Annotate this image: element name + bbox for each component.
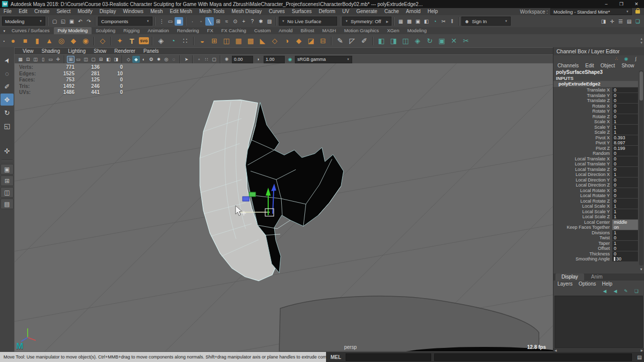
menu-item-mesh-display[interactable]: Mesh Display <box>228 8 265 15</box>
channel-value-translate-z[interactable]: 0 <box>612 98 638 103</box>
channel-value-smoothing-angle[interactable]: 30 <box>612 256 638 261</box>
colorspace-selector[interactable]: sRGB gamma▼ <box>295 56 352 63</box>
menu-item-mesh[interactable]: Mesh <box>147 8 166 15</box>
command-line-input[interactable] <box>346 353 431 361</box>
channel-value-offset[interactable]: 0 <box>612 246 638 251</box>
render-view-icon[interactable]: ◔ <box>431 17 439 26</box>
reduce-mesh-icon[interactable]: ▩ <box>245 35 257 46</box>
channel-value-twist[interactable]: 0 <box>612 235 638 240</box>
textured-mode-icon[interactable]: ◐ <box>140 56 147 63</box>
select-component-icon[interactable]: ▦ <box>175 17 183 26</box>
all-lights-icon[interactable]: ❂ <box>147 56 155 63</box>
lattice-icon[interactable]: ∷ <box>179 35 191 46</box>
channel-value-translate-y[interactable]: 0 <box>612 93 638 98</box>
shelf-menu-icon[interactable]: ▾ <box>1 28 8 34</box>
open-scene-icon[interactable]: ◱ <box>59 17 67 26</box>
camera-attributes-icon[interactable]: ◫ <box>32 56 39 63</box>
menu-item-arnold[interactable]: Arnold <box>403 8 424 15</box>
panel-menu-shading[interactable]: Shading <box>42 48 60 54</box>
select-tool[interactable]: ➤ <box>0 52 16 69</box>
duplicate-face-icon[interactable]: ◫ <box>220 35 232 46</box>
layout-outliner-pane[interactable]: ▤ <box>1 199 14 209</box>
menu-item-create[interactable]: Create <box>31 8 53 15</box>
maximize-button[interactable]: ❐ <box>614 0 629 8</box>
menu-item-modify[interactable]: Modify <box>74 8 96 15</box>
shelf-tab-custom[interactable]: Custom <box>250 27 275 34</box>
poly-torus-icon[interactable]: ◎ <box>55 35 67 46</box>
multi-cut-icon[interactable]: ▣ <box>436 35 448 46</box>
resolution-gate-icon[interactable]: ◫ <box>82 56 90 63</box>
shelf-tab-fx[interactable]: FX <box>203 27 217 34</box>
quadrangulate-icon[interactable]: ◇ <box>269 35 281 46</box>
poly-cylinder-icon[interactable]: ▮ <box>31 35 43 46</box>
minimize-button[interactable]: – <box>599 0 614 8</box>
undo-icon[interactable]: ↶ <box>76 17 85 26</box>
ipr-render-icon[interactable]: ▩ <box>405 17 414 26</box>
select-camera-icon[interactable]: ▦ <box>17 56 24 63</box>
shelf-tab-rigging[interactable]: Rigging <box>119 27 143 34</box>
smooth-mesh-icon[interactable]: ▦ <box>232 35 245 46</box>
image-plane-icon[interactable]: ▭ <box>47 56 54 63</box>
channel-value-keep-faces-together[interactable]: on <box>612 225 638 230</box>
channel-value-local-translate-z[interactable]: 0 <box>612 167 638 172</box>
poly-cone-icon[interactable]: ▲ <box>43 35 55 46</box>
menu-item-curves[interactable]: Curves <box>265 8 288 15</box>
snap-grid-icon[interactable]: ⊞ <box>214 17 222 26</box>
locator-xyz-icon[interactable]: ◔ <box>167 35 179 46</box>
extrude-face-icon[interactable]: ◧ <box>375 35 387 46</box>
xray-active-icon[interactable]: ▢ <box>210 56 218 63</box>
xray-joints-icon[interactable]: ∷ <box>203 56 210 63</box>
panel-menu-view[interactable]: View <box>23 48 34 54</box>
layer-move-down-icon[interactable]: ◀ <box>612 288 619 294</box>
paint-select-tool[interactable]: ✐ <box>1 80 14 93</box>
channel-value-local-direction-y[interactable]: 0 <box>612 177 638 183</box>
menu-item-surfaces[interactable]: Surfaces <box>288 8 315 15</box>
scroll-down-icon[interactable]: ▼ <box>640 41 643 44</box>
spin-edge-icon[interactable]: ↻ <box>424 35 436 46</box>
channel-value-local-scale-y[interactable]: 1 <box>612 209 638 214</box>
channel-value-rotate-z[interactable]: 0 <box>612 114 638 119</box>
shelf-tab-bifrost[interactable]: Bifrost <box>297 27 318 34</box>
sign-in-button[interactable]: ☻ Sign In ▼ <box>461 17 511 26</box>
edge-flow-icon[interactable]: ✂ <box>460 35 472 46</box>
menu-item-file[interactable]: File <box>0 8 15 15</box>
layout-four-pane[interactable]: ⊞ <box>1 175 14 186</box>
channel-value-local-scale-z[interactable]: 1 <box>612 214 638 219</box>
shelf-tab-modeling[interactable]: Modeling <box>403 27 431 34</box>
attribute-editor-toggle-icon[interactable]: ◨ <box>599 17 608 26</box>
layer-tab-anim[interactable]: Anim <box>585 274 609 281</box>
menu-item-edit-mesh[interactable]: Edit Mesh <box>166 8 195 15</box>
channel-value-local-center[interactable]: middle <box>612 220 638 225</box>
new-layer-assign-icon[interactable]: ✎ <box>622 288 629 294</box>
render-settings-icon[interactable]: ▣ <box>414 17 422 26</box>
lock-camera-icon[interactable]: ⊡ <box>24 56 32 63</box>
shelf-tab-fx-caching[interactable]: FX Caching <box>217 27 251 34</box>
workspace-selector[interactable]: Modeling - Standard Mine* ▼ <box>550 8 632 15</box>
view-transform-icon[interactable]: ◉ <box>286 56 294 63</box>
exposure-icon[interactable]: ❋ <box>223 56 230 63</box>
shelf-tab-sculpting[interactable]: Sculpting <box>92 27 119 34</box>
channel-value-scale-x[interactable]: 1 <box>612 119 638 124</box>
select-object-icon[interactable]: ▭ <box>166 17 175 26</box>
bevel-edge-icon[interactable]: ◨ <box>387 35 399 46</box>
channel-box-toggle-icon[interactable]: ☰ <box>616 17 625 26</box>
save-scene-icon[interactable]: ▣ <box>67 17 76 26</box>
menu-item-generate[interactable]: Generate <box>353 8 381 15</box>
wedge-face-icon[interactable]: ◆ <box>293 35 305 46</box>
live-object-icon[interactable]: ╲ <box>205 17 214 26</box>
workspace-panel-icon[interactable]: ❏ <box>633 17 642 26</box>
channel-value-pivot-x[interactable]: 0.393 <box>612 135 638 140</box>
shaded-mode-icon[interactable]: ◆ <box>132 56 140 63</box>
combine-icon[interactable]: ◒ <box>196 35 208 46</box>
triangulate-icon[interactable]: ◣ <box>257 35 269 46</box>
channel-value-local-rotate-y[interactable]: 0 <box>612 193 638 198</box>
channel-value-local-scale-x[interactable]: 1 <box>612 204 638 209</box>
channel-value-taper[interactable]: 1 <box>612 241 638 246</box>
layer-menu-help[interactable]: Help <box>602 281 612 287</box>
channel-value-pivot-z[interactable]: 0.199 <box>612 146 638 151</box>
3d-scene[interactable] <box>15 63 553 351</box>
target-weld-icon[interactable]: ✕ <box>448 35 460 46</box>
poly-sphere-icon[interactable]: ● <box>7 35 19 46</box>
film-gate-icon[interactable]: ▭ <box>74 56 82 63</box>
tool-settings-toggle-icon[interactable]: ✛ <box>608 17 616 26</box>
